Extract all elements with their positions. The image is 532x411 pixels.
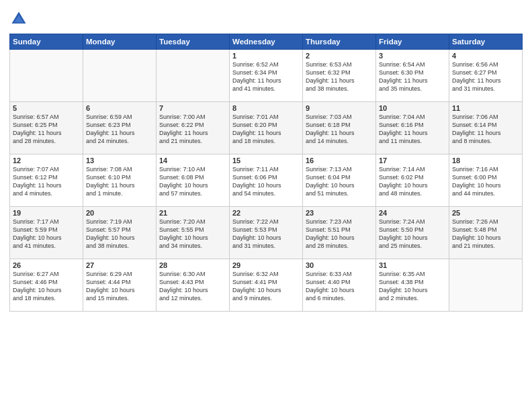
weekday-header-row: SundayMondayTuesdayWednesdayThursdayFrid… — [10, 34, 523, 50]
day-info: Sunrise: 6:59 AM Sunset: 6:23 PM Dayligh… — [86, 113, 153, 146]
day-info: Sunrise: 6:32 AM Sunset: 4:41 PM Dayligh… — [232, 270, 300, 303]
day-info: Sunrise: 7:24 AM Sunset: 5:50 PM Dayligh… — [379, 218, 446, 250]
calendar-cell: 6Sunrise: 6:59 AM Sunset: 6:23 PM Daylig… — [83, 102, 157, 154]
weekday-header-tuesday: Tuesday — [157, 34, 230, 50]
weekday-header-thursday: Thursday — [303, 34, 376, 50]
day-number: 24 — [379, 209, 446, 217]
day-number: 29 — [232, 261, 300, 269]
calendar-cell: 24Sunrise: 7:24 AM Sunset: 5:50 PM Dayli… — [376, 207, 449, 259]
day-number: 10 — [379, 104, 446, 112]
calendar-cell — [10, 50, 83, 102]
calendar-cell: 9Sunrise: 7:03 AM Sunset: 6:18 PM Daylig… — [303, 102, 376, 154]
calendar-cell: 5Sunrise: 6:57 AM Sunset: 6:25 PM Daylig… — [10, 102, 83, 154]
day-info: Sunrise: 7:11 AM Sunset: 6:06 PM Dayligh… — [232, 165, 300, 198]
day-number: 26 — [13, 261, 80, 269]
day-info: Sunrise: 6:53 AM Sunset: 6:32 PM Dayligh… — [306, 60, 373, 93]
day-info: Sunrise: 6:33 AM Sunset: 4:40 PM Dayligh… — [306, 270, 373, 303]
calendar-cell: 30Sunrise: 6:33 AM Sunset: 4:40 PM Dayli… — [303, 259, 376, 312]
calendar-week-row: 12Sunrise: 7:07 AM Sunset: 6:12 PM Dayli… — [10, 154, 523, 207]
calendar-cell: 4Sunrise: 6:56 AM Sunset: 6:27 PM Daylig… — [449, 50, 523, 102]
logo-icon — [9, 9, 28, 28]
day-info: Sunrise: 7:26 AM Sunset: 5:48 PM Dayligh… — [452, 218, 519, 250]
day-number: 1 — [232, 52, 300, 60]
calendar-cell: 17Sunrise: 7:14 AM Sunset: 6:02 PM Dayli… — [376, 154, 449, 207]
calendar-cell: 10Sunrise: 7:04 AM Sunset: 6:16 PM Dayli… — [376, 102, 449, 154]
weekday-header-monday: Monday — [83, 34, 157, 50]
day-info: Sunrise: 7:22 AM Sunset: 5:53 PM Dayligh… — [232, 218, 300, 250]
day-info: Sunrise: 7:13 AM Sunset: 6:04 PM Dayligh… — [306, 165, 373, 198]
day-info: Sunrise: 6:35 AM Sunset: 4:38 PM Dayligh… — [379, 270, 446, 303]
day-info: Sunrise: 6:57 AM Sunset: 6:25 PM Dayligh… — [13, 113, 80, 146]
day-info: Sunrise: 7:23 AM Sunset: 5:51 PM Dayligh… — [306, 218, 373, 250]
day-number: 21 — [159, 209, 226, 217]
day-number: 22 — [232, 209, 300, 217]
calendar-cell: 13Sunrise: 7:08 AM Sunset: 6:10 PM Dayli… — [83, 154, 157, 207]
calendar-cell: 19Sunrise: 7:17 AM Sunset: 5:59 PM Dayli… — [10, 207, 83, 259]
day-number: 7 — [159, 104, 226, 112]
header — [9, 7, 523, 28]
day-number: 23 — [306, 209, 373, 217]
day-number: 31 — [379, 261, 446, 269]
day-number: 17 — [379, 156, 446, 165]
weekday-header-saturday: Saturday — [449, 34, 523, 50]
day-number: 3 — [379, 52, 446, 60]
day-number: 28 — [159, 261, 226, 269]
calendar-cell: 11Sunrise: 7:06 AM Sunset: 6:14 PM Dayli… — [449, 102, 523, 154]
day-number: 30 — [306, 261, 373, 269]
day-info: Sunrise: 7:07 AM Sunset: 6:12 PM Dayligh… — [13, 165, 80, 198]
calendar-cell: 27Sunrise: 6:29 AM Sunset: 4:44 PM Dayli… — [83, 259, 157, 312]
day-number: 12 — [13, 156, 80, 165]
day-info: Sunrise: 7:20 AM Sunset: 5:55 PM Dayligh… — [159, 218, 226, 250]
calendar-cell: 25Sunrise: 7:26 AM Sunset: 5:48 PM Dayli… — [449, 207, 523, 259]
day-info: Sunrise: 6:56 AM Sunset: 6:27 PM Dayligh… — [452, 60, 519, 93]
calendar-cell — [157, 50, 230, 102]
day-number: 25 — [452, 209, 519, 217]
day-number: 6 — [86, 104, 153, 112]
calendar-cell: 2Sunrise: 6:53 AM Sunset: 6:32 PM Daylig… — [303, 50, 376, 102]
day-info: Sunrise: 6:54 AM Sunset: 6:30 PM Dayligh… — [379, 60, 446, 93]
logo — [9, 9, 30, 28]
calendar-cell: 15Sunrise: 7:11 AM Sunset: 6:06 PM Dayli… — [230, 154, 303, 207]
day-info: Sunrise: 7:19 AM Sunset: 5:57 PM Dayligh… — [86, 218, 153, 250]
day-number: 4 — [452, 52, 519, 60]
day-info: Sunrise: 6:30 AM Sunset: 4:43 PM Dayligh… — [159, 270, 226, 303]
calendar-cell: 20Sunrise: 7:19 AM Sunset: 5:57 PM Dayli… — [83, 207, 157, 259]
weekday-header-friday: Friday — [376, 34, 449, 50]
calendar-cell: 7Sunrise: 7:00 AM Sunset: 6:22 PM Daylig… — [157, 102, 230, 154]
day-info: Sunrise: 7:03 AM Sunset: 6:18 PM Dayligh… — [306, 113, 373, 146]
calendar-cell: 14Sunrise: 7:10 AM Sunset: 6:08 PM Dayli… — [157, 154, 230, 207]
day-info: Sunrise: 7:10 AM Sunset: 6:08 PM Dayligh… — [159, 165, 226, 198]
day-number: 9 — [306, 104, 373, 112]
calendar-week-row: 1Sunrise: 6:52 AM Sunset: 6:34 PM Daylig… — [10, 50, 523, 102]
day-number: 20 — [86, 209, 153, 217]
calendar-cell: 16Sunrise: 7:13 AM Sunset: 6:04 PM Dayli… — [303, 154, 376, 207]
day-info: Sunrise: 6:52 AM Sunset: 6:34 PM Dayligh… — [232, 60, 300, 93]
calendar-cell: 1Sunrise: 6:52 AM Sunset: 6:34 PM Daylig… — [230, 50, 303, 102]
day-info: Sunrise: 7:08 AM Sunset: 6:10 PM Dayligh… — [86, 165, 153, 198]
calendar-week-row: 19Sunrise: 7:17 AM Sunset: 5:59 PM Dayli… — [10, 207, 523, 259]
calendar-cell: 18Sunrise: 7:16 AM Sunset: 6:00 PM Dayli… — [449, 154, 523, 207]
calendar-cell: 28Sunrise: 6:30 AM Sunset: 4:43 PM Dayli… — [157, 259, 230, 312]
day-info: Sunrise: 7:17 AM Sunset: 5:59 PM Dayligh… — [13, 218, 80, 250]
weekday-header-wednesday: Wednesday — [230, 34, 303, 50]
day-info: Sunrise: 7:16 AM Sunset: 6:00 PM Dayligh… — [452, 165, 519, 198]
calendar-cell: 29Sunrise: 6:32 AM Sunset: 4:41 PM Dayli… — [230, 259, 303, 312]
calendar-week-row: 26Sunrise: 6:27 AM Sunset: 4:46 PM Dayli… — [10, 259, 523, 312]
day-number: 2 — [306, 52, 373, 60]
calendar-cell: 3Sunrise: 6:54 AM Sunset: 6:30 PM Daylig… — [376, 50, 449, 102]
day-info: Sunrise: 7:01 AM Sunset: 6:20 PM Dayligh… — [232, 113, 300, 146]
calendar-cell: 23Sunrise: 7:23 AM Sunset: 5:51 PM Dayli… — [303, 207, 376, 259]
day-info: Sunrise: 6:29 AM Sunset: 4:44 PM Dayligh… — [86, 270, 153, 303]
day-number: 13 — [86, 156, 153, 165]
day-number: 8 — [232, 104, 300, 112]
weekday-header-sunday: Sunday — [10, 34, 83, 50]
day-number: 16 — [306, 156, 373, 165]
calendar-cell: 22Sunrise: 7:22 AM Sunset: 5:53 PM Dayli… — [230, 207, 303, 259]
day-info: Sunrise: 7:14 AM Sunset: 6:02 PM Dayligh… — [379, 165, 446, 198]
calendar-cell: 21Sunrise: 7:20 AM Sunset: 5:55 PM Dayli… — [157, 207, 230, 259]
calendar-cell: 8Sunrise: 7:01 AM Sunset: 6:20 PM Daylig… — [230, 102, 303, 154]
day-number: 11 — [452, 104, 519, 112]
calendar-cell: 12Sunrise: 7:07 AM Sunset: 6:12 PM Dayli… — [10, 154, 83, 207]
day-number: 27 — [86, 261, 153, 269]
calendar-cell: 26Sunrise: 6:27 AM Sunset: 4:46 PM Dayli… — [10, 259, 83, 312]
